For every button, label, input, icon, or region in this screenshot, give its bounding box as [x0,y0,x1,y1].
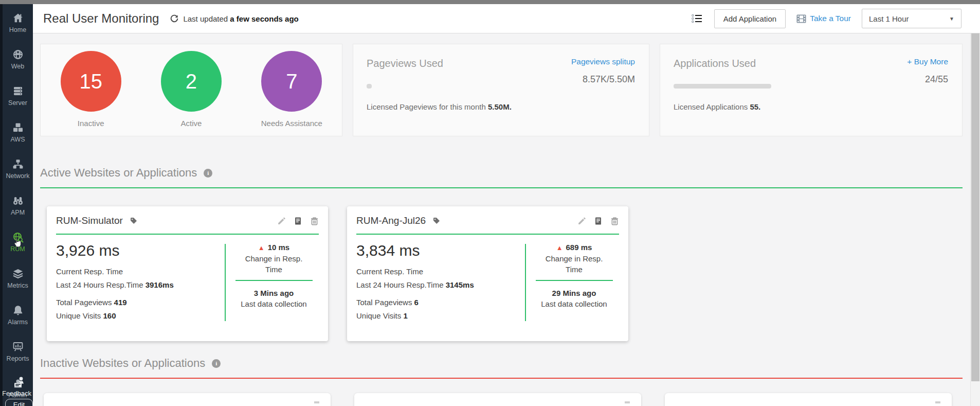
sidebar-item-alarms[interactable]: Alarms [3,297,33,333]
applications-used-card: Applications Used + Buy More 24/55 Licen… [660,44,963,136]
needs-assistance-count-circle[interactable]: 7 [261,51,322,112]
change-value: 689 ms [566,243,592,252]
app-root: Home Web Server AWS Network APM RUM [0,4,980,406]
sidebar-item-label: Alarms [8,319,28,326]
unique-visits-value: 1 [403,311,407,320]
pencil-icon [277,217,286,225]
bell-icon [12,305,24,316]
app-card-rum-simulator[interactable]: RUM-Simulator [47,206,328,341]
app-change-panel: ▲689 ms Change in Resp. Time 29 Mins ago… [526,242,628,323]
sidebar-item-label: Reports [7,355,29,362]
server-icon [12,85,24,97]
sidebar-item-aws[interactable]: AWS [3,114,33,151]
app-card-body: 3,834 ms Current Resp. Time Last 24 Hour… [347,235,628,323]
refresh-button[interactable] [170,14,178,23]
app-card-rum-ang-jul26[interactable]: RUM-Ang-Jul26 [347,206,628,341]
document-icon [594,217,603,225]
sidebar-item-metrics[interactable]: Metrics [3,260,33,297]
partial-action-icon [314,401,319,403]
app-card-header: RUM-Ang-Jul26 [347,206,628,226]
applications-progress-bar [674,84,771,89]
unique-visits-value: 160 [103,311,116,320]
active-label: Active [181,119,202,128]
edit-app-button[interactable] [277,217,286,225]
app-metrics: 3,926 ms Current Resp. Time Last 24 Hour… [56,242,225,323]
change-divider [235,280,313,281]
current-resp-label: Current Resp. Time [56,265,225,278]
trash-icon [610,217,619,225]
app-name[interactable]: RUM-Simulator [56,215,123,226]
unique-visits-line: Unique Visits 160 [56,309,225,323]
sidebar-item-apm[interactable]: APM [3,187,33,224]
copy-details-button[interactable] [294,217,302,225]
sidebar-item-rum[interactable]: RUM [3,224,33,260]
copy-details-button[interactable] [594,217,603,225]
app-metrics: 3,834 ms Current Resp. Time Last 24 Hour… [356,242,525,323]
info-icon[interactable]: i [204,169,212,178]
pageviews-progress-bar [367,84,372,89]
app-name[interactable]: RUM-Ang-Jul26 [356,215,426,226]
pageviews-splitup-link[interactable]: Pageviews splitup [571,57,635,66]
take-a-tour-link[interactable]: Take a Tour [796,14,851,23]
add-application-button[interactable]: Add Application [714,9,786,28]
delete-app-button[interactable] [310,217,319,225]
film-icon [796,14,806,23]
inactive-count-circle[interactable]: 15 [61,51,121,112]
layers-icon [12,268,24,279]
pageviews-license-text: Licensed Pageviews for this month [367,102,486,111]
response-time-value: 3,926 ms [56,242,225,259]
partial-action-icon [625,401,630,403]
inactive-app-card-partial[interactable] [665,393,952,406]
last-collection-label: Last data collection [531,299,617,308]
tag-button[interactable] [432,217,441,225]
tag-icon [432,217,441,225]
inactive-app-card-partial[interactable] [354,393,641,406]
total-pageviews-line: Total Pageviews 6 [356,296,525,309]
sidebar-item-home[interactable]: Home [3,5,33,41]
list-view-icon [692,14,702,23]
home-icon [12,12,24,24]
feedback-edit-button[interactable]: Edit [5,399,33,406]
scrollbar-thumb[interactable] [971,33,979,381]
time-range-value: Last 1 Hour [869,14,909,23]
time-range-select[interactable]: Last 1 Hour ▼ [862,9,961,28]
total-pageviews-value: 6 [414,298,419,307]
inactive-app-card-partial[interactable] [44,393,331,406]
list-view-toggle-button[interactable] [692,14,702,23]
last24-resp-value: 3916ms [146,280,174,289]
buy-more-link[interactable]: + Buy More [907,57,948,66]
inactive-section-divider [40,378,963,379]
sidebar-item-label: Home [9,26,26,33]
page-content: 15 Inactive 2 Active 7 Needs Assistance … [33,33,980,406]
tag-button[interactable] [130,217,138,225]
sidebar-item-web[interactable]: Web [3,41,33,78]
refresh-icon [170,14,178,23]
pencil-icon [577,217,586,225]
unique-visits-label: Unique Visits [356,311,401,320]
delete-app-button[interactable] [610,217,619,225]
sidebar-item-label: Server [8,99,27,107]
sidebar-item-reports[interactable]: Reports [3,333,33,370]
total-pageviews-value: 419 [114,298,127,307]
last-updated-text: Last updated a few seconds ago [183,14,298,23]
current-resp-label: Current Resp. Time [356,265,525,278]
applications-usage-value: 24/55 [925,74,948,85]
sidebar-item-server[interactable]: Server [3,78,33,114]
chevron-down-icon: ▼ [949,16,954,22]
sidebar-item-label: AWS [10,136,25,143]
report-board-icon [12,341,24,352]
last24-resp-line: Last 24 Hours Resp.Time 3916ms [56,278,225,292]
vertical-scrollbar[interactable] [970,33,980,406]
active-section-divider [40,187,963,188]
feedback-label: Feedback [3,390,33,397]
sidebar-item-network[interactable]: Network [3,151,33,187]
network-icon [12,158,24,170]
summary-row: 15 Inactive 2 Active 7 Needs Assistance … [40,44,963,136]
change-row: ▲689 ms [531,243,617,252]
active-count-circle[interactable]: 2 [161,51,222,112]
edit-app-button[interactable] [577,217,586,225]
last-collection-value: 3 Mins ago [231,289,317,297]
window-top-edge [0,0,980,4]
change-label: Change in Resp. Time [238,253,310,275]
info-icon[interactable]: i [212,359,221,368]
